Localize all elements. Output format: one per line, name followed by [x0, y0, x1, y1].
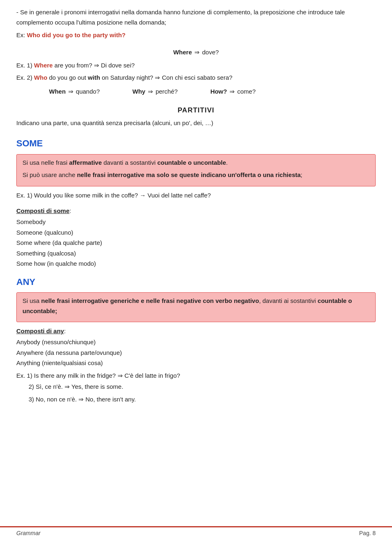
ex2-who: Who: [34, 74, 47, 81]
how-label: How?: [210, 87, 227, 96]
ex-lines: Ex. 1) Where are you from? ⇒ Di dove sei…: [16, 61, 376, 83]
any-ex1-prefix: Ex. 1) Is there any milk in the fridge?: [16, 372, 118, 379]
some-box-l1-post: davanti a sostantivi: [102, 159, 157, 166]
where-translation: dove?: [202, 47, 219, 57]
how-group: How? ⇒ come?: [210, 87, 256, 96]
when-it: quando?: [76, 87, 100, 96]
any-sub1-it: Yes, there is some.: [70, 383, 123, 390]
ex2-it: Con chi esci sabato sera?: [160, 74, 232, 81]
ex2-prefix: Ex. 2): [16, 74, 34, 81]
some-box-l1-bold2: countable o uncontable: [157, 159, 226, 166]
any-sub-exs: 2) Sì, ce n'è. ⇒ Yes, there is some. 3) …: [29, 381, 376, 405]
any-composti-list: Anybody (nessuno/chiunque) Anywhere (da …: [16, 337, 376, 368]
how-it: come?: [237, 87, 256, 96]
any-sub1: 2) Sì, ce n'è. ⇒ Yes, there is some.: [29, 381, 376, 392]
some-composti-label: Composti di some: [16, 207, 69, 214]
where-label: Where: [173, 47, 192, 57]
list-item: Someone (qualcuno): [16, 227, 376, 238]
some-title: SOME: [16, 136, 376, 150]
ex2-text-pre: do you go out: [47, 74, 88, 81]
ex1-arrow-sym: ⇒: [94, 62, 99, 69]
ex-who: Who did you go to the party with?: [27, 31, 126, 38]
why-group: Why ⇒ perché?: [132, 87, 178, 96]
partitivi-section: PARTITIVI Indicano una parte, una quanti…: [16, 105, 376, 128]
any-sub1-arrow: ⇒: [65, 383, 70, 390]
some-box-l2-bold: nelle frasi interrogative ma solo se que…: [77, 171, 301, 178]
any-ex1: Ex. 1) Is there any milk in the fridge? …: [16, 371, 376, 381]
some-box-line1: Si usa nelle frasi affermative davanti a…: [22, 158, 370, 168]
when-label: When: [49, 87, 66, 96]
when-why-how-row: When ⇒ quando? Why ⇒ perché? How? ⇒ come…: [49, 87, 376, 96]
some-ex-arrow: →: [140, 192, 146, 199]
where-arrow: ⇒: [194, 47, 200, 57]
any-composti-colon: :: [64, 327, 66, 334]
any-sub2-it: No, there isn't any.: [84, 396, 136, 403]
any-composti: Composti di any: Anybody (nessuno/chiunq…: [16, 326, 376, 405]
some-composti: Composti di some: Somebody Someone (qual…: [16, 206, 376, 269]
partitivi-subtitle: Indicano una parte, una quantità senza p…: [16, 118, 376, 128]
some-ex1: Ex. 1) Would you like some milk in the c…: [16, 191, 376, 200]
ex1-text: are you from?: [53, 62, 94, 69]
when-group: When ⇒ quando?: [49, 87, 100, 96]
some-composti-list: Somebody Someone (qualcuno) Some where (…: [16, 217, 376, 269]
some-box-l1-bold: affermative: [69, 159, 102, 166]
why-label: Why: [132, 87, 145, 96]
any-sub2: 3) No, non ce n'è. ⇒ No, there isn't any…: [29, 394, 376, 405]
intro-text2: Ex: Who did you go to the party with?: [16, 30, 376, 40]
any-sub2-arrow: ⇒: [78, 396, 84, 403]
footer-right: Pag. 8: [359, 530, 376, 536]
some-box-l2-pre: Si può usare anche: [22, 171, 77, 178]
any-composti-label: Composti di any: [16, 327, 64, 334]
any-box-line1: Si usa nelle frasi interrogative generic…: [22, 296, 370, 316]
list-item: Somebody: [16, 217, 376, 227]
some-box-l1-pre: Si usa nelle frasi: [22, 159, 69, 166]
list-item: Anything (niente/qualsiasi cosa): [16, 358, 376, 368]
some-box-l1-end: .: [226, 159, 228, 166]
footer-left: Grammar: [16, 530, 40, 536]
ex2-arrow-sym: ⇒: [155, 74, 160, 81]
any-sub2-prefix: 3) No, non ce n'è.: [29, 396, 78, 403]
why-it: perché?: [156, 87, 178, 96]
any-title: ANY: [16, 275, 376, 289]
partitivi-title: PARTITIVI: [16, 105, 376, 116]
some-ex-it: Vuoi del latte nel caffe?: [146, 192, 211, 199]
ex2-text-post: on Saturday night?: [100, 74, 155, 81]
ex1-where: Where: [34, 62, 53, 69]
any-sub1-prefix: 2) Sì, ce n'è.: [29, 383, 65, 390]
some-composti-title: Composti di some:: [16, 206, 376, 216]
main-content: - Se in generale i pronomi interrogativi…: [16, 7, 376, 405]
list-item: Anywhere (da nessuna parte/ovunque): [16, 347, 376, 358]
some-box-line2: Si può usare anche nelle frasi interroga…: [22, 170, 370, 180]
ex2-line: Ex. 2) Who do you go out with on Saturda…: [16, 73, 376, 83]
some-box-l2-end: ;: [301, 171, 302, 178]
some-pink-box: Si usa nelle frasi affermative davanti a…: [16, 154, 376, 187]
when-arrow: ⇒: [68, 87, 74, 96]
ex-prefix: Ex:: [16, 31, 27, 38]
any-box-l1-bold: nelle frasi interrogative generiche e ne…: [41, 297, 259, 304]
any-pink-box: Si usa nelle frasi interrogative generic…: [16, 292, 376, 323]
list-item: Something (qualcosa): [16, 248, 376, 259]
intro-block: - Se in generale i pronomi interrogativi…: [16, 7, 376, 40]
any-composti-title: Composti di any:: [16, 326, 376, 336]
list-item: Some how (in qualche modo): [16, 258, 376, 269]
any-box-l1-post: , davanti ai sostantivi: [259, 297, 317, 304]
ex1-it: Di dove sei?: [99, 62, 135, 69]
some-ex-prefix: Ex. 1) Would you like some milk in the c…: [16, 192, 140, 199]
how-arrow: ⇒: [229, 87, 235, 96]
list-item: Anybody (nessuno/chiunque): [16, 337, 376, 347]
ex1-line: Ex. 1) Where are you from? ⇒ Di dove sei…: [16, 61, 376, 70]
some-composti-colon: :: [69, 207, 71, 214]
ex1-prefix: Ex. 1): [16, 62, 34, 69]
where-line: Where ⇒ dove?: [16, 47, 376, 57]
any-ex1-arrow: ⇒: [118, 372, 123, 379]
ex2-with: with: [88, 74, 100, 81]
footer: Grammar Pag. 8: [0, 526, 392, 538]
intro-text1: - Se in generale i pronomi interrogativi…: [16, 7, 376, 28]
list-item: Some where (da qualche parte): [16, 238, 376, 248]
why-arrow: ⇒: [148, 87, 153, 96]
any-ex1-it: C'è del latte in frigo?: [123, 372, 180, 379]
any-box-l1-pre: Si usa: [22, 297, 41, 304]
